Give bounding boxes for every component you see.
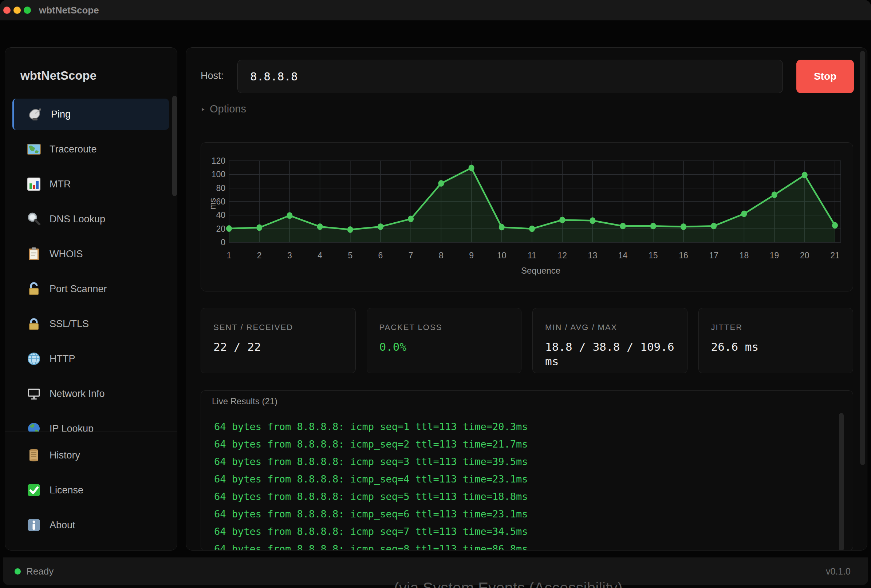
sidebar-item-label: WHOIS — [49, 249, 83, 260]
svg-text:6: 6 — [378, 251, 383, 260]
sidebar-item-history[interactable]: History — [12, 440, 169, 471]
stat-label: SENT / RECEIVED — [213, 323, 343, 332]
svg-text:20: 20 — [800, 251, 810, 260]
log-scrollbar[interactable] — [839, 413, 844, 551]
sidebar-nav: PingTracerouteMTRDNS LookupWHOISPort Sca… — [5, 93, 177, 431]
sidebar-item-port-scanner[interactable]: Port Scanner — [12, 273, 169, 304]
sidebar-item-label: Ping — [51, 109, 70, 120]
svg-text:19: 19 — [770, 251, 779, 260]
main-panel: Host: Stop ‣Options 02040608010012012345… — [186, 47, 867, 551]
minimize-window-button[interactable] — [13, 6, 21, 14]
svg-text:18: 18 — [739, 251, 749, 260]
ping-output-log: 64 bytes from 8.8.8.8: icmp_seq=1 ttl=11… — [201, 412, 853, 551]
svg-text:1: 1 — [227, 251, 232, 260]
sidebar-item-label: Port Scanner — [49, 284, 107, 295]
open-lock-icon — [25, 281, 42, 297]
svg-text:9: 9 — [469, 251, 474, 260]
sidebar-item-label: IP Lookup — [49, 423, 94, 432]
earth-icon — [25, 420, 42, 431]
sidebar-item-http[interactable]: HTTP — [12, 343, 169, 375]
chart-panel: 0204060801001201234567891011121314151617… — [201, 142, 853, 291]
sidebar-item-dns-lookup[interactable]: DNS Lookup — [12, 203, 169, 235]
closed-lock-icon — [25, 315, 42, 332]
sidebar-item-label: History — [49, 450, 80, 461]
version-label: v0.1.0 — [826, 557, 851, 585]
svg-text:13: 13 — [588, 251, 597, 260]
sidebar-item-traceroute[interactable]: Traceroute — [12, 134, 169, 165]
svg-text:40: 40 — [216, 210, 225, 220]
host-label: Host: — [201, 70, 224, 82]
stat-card-packet-loss: PACKET LOSS0.0% — [367, 308, 522, 373]
status-text: Ready — [26, 557, 54, 585]
sidebar-item-label: SSL/TLS — [49, 318, 89, 330]
svg-text:12: 12 — [557, 251, 567, 260]
live-results-title: Live Results (21) — [201, 391, 853, 412]
svg-text:10: 10 — [497, 251, 506, 260]
sidebar-scrollbar[interactable] — [172, 96, 177, 196]
check-box-icon — [25, 482, 42, 498]
monitor-icon — [25, 385, 42, 402]
svg-text:80: 80 — [216, 184, 225, 193]
sidebar-divider — [5, 431, 177, 432]
sidebar-item-whois[interactable]: WHOIS — [12, 238, 169, 270]
svg-text:60: 60 — [216, 197, 225, 206]
stat-label: JITTER — [711, 323, 841, 332]
sidebar-item-ping[interactable]: Ping — [12, 98, 169, 130]
sidebar-item-label: MTR — [49, 179, 70, 190]
svg-text:4: 4 — [317, 251, 322, 260]
sidebar-item-license[interactable]: License — [12, 475, 169, 506]
app-brand: wbtNetScope — [20, 69, 96, 83]
sidebar-item-label: License — [49, 485, 83, 496]
sidebar-item-about[interactable]: About — [12, 509, 169, 541]
background-window-text: …(via System Events (Accessibility)… — [379, 579, 638, 588]
svg-text:14: 14 — [618, 251, 628, 260]
live-results-panel: Live Results (21) 64 bytes from 8.8.8.8:… — [201, 390, 853, 551]
globe-icon — [25, 351, 42, 367]
host-input[interactable] — [237, 60, 783, 93]
options-toggle[interactable]: ‣Options — [201, 103, 246, 115]
sidebar-item-mtr[interactable]: MTR — [12, 169, 169, 200]
svg-text:11: 11 — [528, 251, 536, 260]
stat-value: 18.8 / 38.8 / 109.6 ms — [545, 339, 675, 369]
svg-text:ms: ms — [208, 198, 217, 210]
stat-value: 0.0% — [379, 339, 509, 354]
close-window-button[interactable] — [3, 6, 10, 14]
svg-text:5: 5 — [348, 251, 352, 260]
sidebar-item-ip-lookup[interactable]: IP Lookup — [12, 413, 169, 431]
svg-text:0: 0 — [221, 237, 225, 247]
svg-text:7: 7 — [409, 251, 413, 260]
info-badge-icon — [25, 517, 42, 533]
stat-card-sent-received: SENT / RECEIVED22 / 22 — [201, 308, 356, 373]
ping-latency-chart: 0204060801001201234567891011121314151617… — [201, 143, 853, 291]
sidebar-item-ssl-tls[interactable]: SSL/TLS — [12, 308, 169, 339]
window-title: wbtNetScope — [39, 0, 99, 20]
sidebar-item-label: About — [49, 519, 75, 531]
stat-card-jitter: JITTER26.6 ms — [698, 308, 853, 373]
stats-row: SENT / RECEIVED22 / 22PACKET LOSS0.0%MIN… — [201, 308, 853, 373]
magnifier-icon — [25, 211, 42, 227]
svg-text:20: 20 — [216, 224, 225, 234]
disclosure-triangle-icon: ‣ — [201, 105, 205, 114]
stop-button[interactable]: Stop — [796, 60, 854, 93]
scroll-icon — [25, 447, 42, 464]
svg-text:120: 120 — [211, 156, 225, 166]
bar-chart-icon — [25, 176, 42, 193]
clipboard-icon — [25, 246, 42, 262]
stat-label: PACKET LOSS — [379, 323, 509, 332]
svg-text:21: 21 — [830, 251, 840, 260]
sidebar-item-label: HTTP — [49, 353, 75, 364]
sidebar-item-label: DNS Lookup — [49, 213, 105, 225]
zoom-window-button[interactable] — [24, 6, 31, 14]
svg-text:3: 3 — [287, 251, 292, 260]
main-scrollbar[interactable] — [860, 51, 865, 465]
world-map-icon — [25, 141, 42, 158]
sidebar-item-network-info[interactable]: Network Info — [12, 378, 169, 409]
sidebar-item-label: Traceroute — [49, 144, 97, 155]
svg-text:8: 8 — [439, 251, 443, 260]
stat-value: 26.6 ms — [711, 339, 841, 354]
stat-card-min-avg-max: MIN / AVG / MAX18.8 / 38.8 / 109.6 ms — [532, 308, 687, 373]
svg-text:16: 16 — [679, 251, 688, 260]
svg-text:100: 100 — [211, 170, 225, 179]
status-dot-icon — [15, 569, 21, 575]
app-window: wbtNetScope wbtNetScope PingTracerouteMT… — [0, 0, 871, 588]
